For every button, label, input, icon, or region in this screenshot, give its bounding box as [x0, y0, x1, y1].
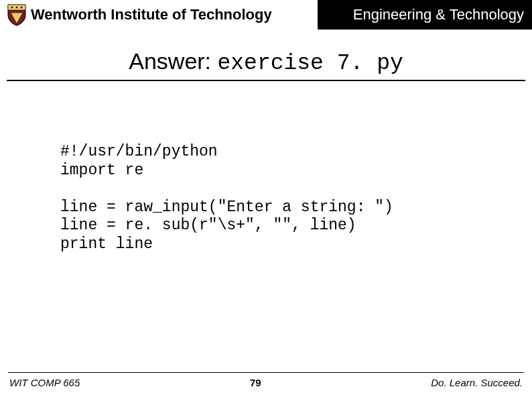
- header: Wentworth Institute of Technology Engine…: [0, 0, 532, 30]
- svg-point-0: [11, 7, 13, 9]
- slide-title: Answer: exercise 7. py: [0, 48, 532, 76]
- motto: Do. Learn. Succeed.: [431, 377, 523, 388]
- wentworth-shield-icon: [7, 3, 27, 26]
- title-filename: exercise 7. py: [218, 51, 403, 76]
- code-block: #!/usr/bin/python import re line = raw_i…: [60, 143, 532, 254]
- title-area: Answer: exercise 7. py: [0, 48, 532, 76]
- institute-name: Wentworth Institute of Technology: [31, 6, 318, 23]
- slide: Wentworth Institute of Technology Engine…: [0, 0, 532, 399]
- page-number: 79: [250, 377, 261, 388]
- department-label: Engineering & Technology: [318, 0, 532, 30]
- svg-point-2: [21, 7, 23, 9]
- footer-rule: [8, 372, 524, 373]
- title-rule: [7, 80, 525, 81]
- footer: WIT COMP 665 79 Do. Learn. Succeed.: [0, 372, 532, 388]
- svg-point-1: [16, 7, 18, 9]
- footer-row: WIT COMP 665 79 Do. Learn. Succeed.: [0, 377, 532, 388]
- title-prefix: Answer:: [129, 48, 217, 74]
- course-code: WIT COMP 665: [9, 377, 80, 388]
